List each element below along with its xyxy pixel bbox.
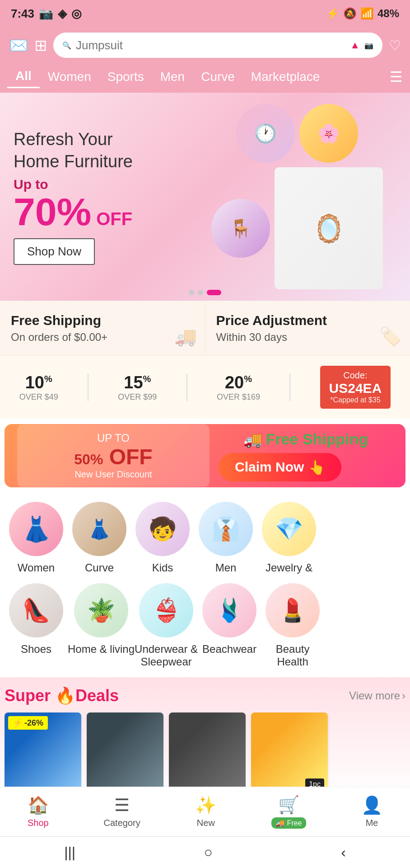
dot-3 <box>207 290 221 295</box>
bluetooth-icon: ⚡ <box>326 7 340 20</box>
discount-tier-1: 10% OVER $49 <box>19 373 58 402</box>
category-kids[interactable]: 🧒 Kids <box>131 502 194 574</box>
nav-tab-curve[interactable]: Curve <box>193 66 243 88</box>
nav-me[interactable]: 👤 Me <box>361 795 382 828</box>
men-icon: 👔 <box>199 502 253 556</box>
category-underwear[interactable]: 👙 Underwear &Sleepwear <box>135 583 198 668</box>
category-shoes[interactable]: 👠 Shoes <box>5 583 68 668</box>
deal-image-3 <box>169 712 246 794</box>
search-bar[interactable]: 🔍 ▲ 📷 <box>53 33 382 58</box>
hamburger-icon[interactable]: ☰ <box>390 68 403 85</box>
category-home[interactable]: 🪴 Home & living <box>68 583 135 668</box>
banner-dots <box>189 290 221 295</box>
category-curve[interactable]: 👗 Curve <box>68 502 131 574</box>
discount-over-1: OVER $49 <box>19 392 58 402</box>
promo-sub: New User Discount <box>26 469 200 480</box>
nav-tab-marketplace[interactable]: Marketplace <box>243 66 328 88</box>
discount-over-2: OVER $99 <box>118 392 157 402</box>
women-label: Women <box>18 561 55 574</box>
super-deals-section: Super 🔥Deals View more › ⚡ -26% 1pc <box>0 677 410 798</box>
category-beauty[interactable]: 💄 BeautyHealth <box>261 583 324 668</box>
categories-row-1: 👗 Women 👗 Curve 🧒 Kids 👔 Men 💎 Jewelry & <box>0 493 410 583</box>
nav-tab-sports[interactable]: Sports <box>99 66 152 88</box>
nav-shop[interactable]: 🏠 Shop <box>28 795 49 828</box>
kids-label: Kids <box>152 561 173 574</box>
nav-free[interactable]: 🛒 🚚 Free <box>271 795 306 829</box>
deal-image-1: ⚡ -26% <box>5 712 81 794</box>
truck-icon: 🚚 <box>174 326 197 347</box>
divider-3 <box>289 374 290 401</box>
mute-icon: 🔕 <box>343 7 357 20</box>
search-input[interactable] <box>76 38 345 52</box>
status-bar: 7:43 📷 ◈ ◎ ⚡ 🔕 📶 48% <box>0 0 410 27</box>
status-left: 7:43 📷 ◈ ◎ <box>11 7 82 21</box>
category-label: Category <box>104 818 140 828</box>
category-men[interactable]: 👔 Men <box>194 502 257 574</box>
nav-tab-all[interactable]: All <box>7 65 40 88</box>
wifi-icon: 📶 <box>360 7 374 20</box>
nav-new[interactable]: ✨ New <box>195 795 216 828</box>
nav-tab-men[interactable]: Men <box>152 66 193 88</box>
mail-icon[interactable]: ✉️ <box>9 36 28 54</box>
discount-pct-3: 20% <box>225 373 252 392</box>
shop-now-button[interactable]: Shop Now <box>14 238 95 265</box>
discount-tier-2: 15% OVER $99 <box>118 373 157 402</box>
deal-card-2[interactable] <box>87 712 163 794</box>
camera-icon[interactable]: 📷 <box>364 41 373 50</box>
beauty-icon: 💄 <box>266 583 320 637</box>
price-adjustment-card: Price Adjustment Within 30 days 🏷️ <box>205 301 410 355</box>
deal-badge-1: ⚡ -26% <box>8 716 48 730</box>
banner-circle-1: 🕐 <box>236 104 295 163</box>
promo-code-box[interactable]: Code: US24EA *Capped at $35 <box>320 366 391 409</box>
super-deals-logo: Super 🔥Deals <box>5 686 119 705</box>
deals-items: ⚡ -26% 1pc <box>5 712 405 794</box>
android-back-icon[interactable]: ‹ <box>341 844 346 861</box>
tag-icon: 🏷️ <box>379 326 402 347</box>
android-home-icon[interactable]: ○ <box>204 844 212 861</box>
category-jewelry[interactable]: 💎 Jewelry & <box>257 502 321 574</box>
discount-over-3: OVER $169 <box>217 392 260 402</box>
category-beachwear[interactable]: 🩱 Beachwear <box>198 583 261 668</box>
jewelry-icon: 💎 <box>262 502 316 556</box>
time: 7:43 <box>11 7 34 21</box>
banner-circle-2: 🌸 <box>299 104 358 163</box>
category-women[interactable]: 👗 Women <box>5 502 68 574</box>
discount-tier-3: 20% OVER $169 <box>217 373 260 402</box>
cart-icon: 🛒 <box>278 795 299 815</box>
new-icon: ✨ <box>195 795 216 815</box>
calendar-icon[interactable]: ⊞ <box>34 36 47 54</box>
nav-category[interactable]: ☰ Category <box>104 795 140 828</box>
categories-row-2: 👠 Shoes 🪴 Home & living 👙 Underwear &Sle… <box>0 583 410 677</box>
promo-discount[interactable]: UP TO 50% OFF New User Discount <box>17 425 210 487</box>
code-label: Code: <box>329 370 382 381</box>
kids-icon: 🧒 <box>135 502 190 556</box>
truck-icon-green: 🚚 <box>243 430 262 448</box>
beachwear-icon: 🩱 <box>202 583 256 637</box>
deal-card-1[interactable]: ⚡ -26% <box>5 712 81 794</box>
underwear-label: Underwear &Sleepwear <box>135 643 198 668</box>
curve-label: Curve <box>85 561 114 574</box>
deal-card-4[interactable]: 1pc <box>251 712 328 794</box>
promo-banner: UP TO 50% OFF New User Discount 🚚 Free S… <box>5 424 405 487</box>
beauty-label: BeautyHealth <box>276 643 310 668</box>
claim-now-label: Claim Now <box>235 459 304 475</box>
android-menu-icon[interactable]: ||| <box>64 844 75 861</box>
code-cap: *Capped at $35 <box>329 396 382 404</box>
dot-2 <box>198 290 203 295</box>
header: ✉️ ⊞ 🔍 ▲ 📷 ♡ <box>0 27 410 65</box>
banner-room-img: 🪞 <box>275 167 383 289</box>
shoes-icon: 👠 <box>9 583 63 637</box>
wishlist-icon[interactable]: ♡ <box>389 38 401 53</box>
search-icon: 🔍 <box>62 41 71 50</box>
status-right: ⚡ 🔕 📶 48% <box>326 7 399 20</box>
free-shipping-card: Free Shipping On orders of $0.00+ 🚚 <box>0 301 205 355</box>
category-icon: ☰ <box>114 795 130 815</box>
claim-now-button[interactable]: Claim Now 👆 <box>219 453 341 481</box>
nav-tab-women[interactable]: Women <box>40 66 99 88</box>
deal-card-3[interactable] <box>169 712 246 794</box>
deal-discount-1: -26% <box>24 718 43 728</box>
discount-pct-2: 15% <box>124 373 151 392</box>
view-more-button[interactable]: View more › <box>349 689 405 702</box>
jewelry-label: Jewelry & <box>266 561 312 574</box>
price-adjustment-sub: Within 30 days <box>216 331 400 344</box>
